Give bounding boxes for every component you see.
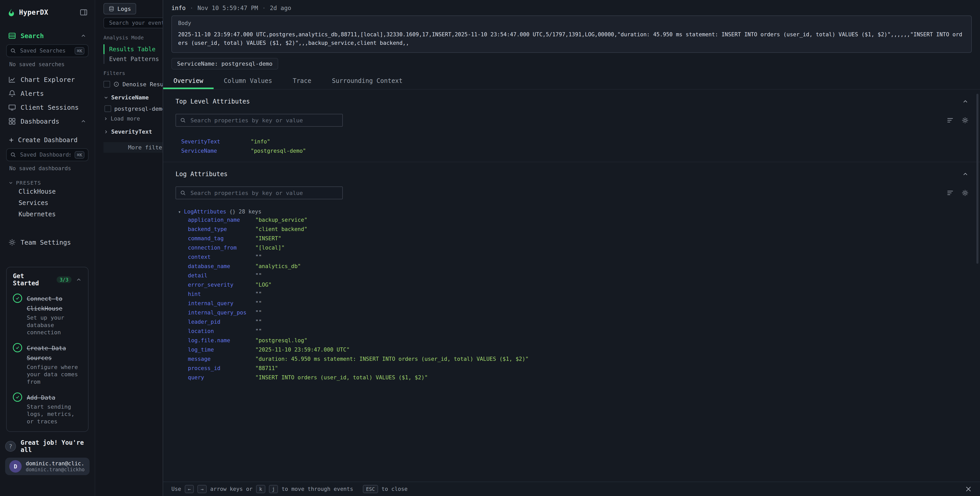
property-search-input[interactable] [189,189,338,197]
attribute-value[interactable]: "88711" [255,365,278,372]
attribute-key[interactable]: message [188,356,255,362]
property-search-bar[interactable] [175,114,343,127]
attribute-key[interactable]: backend_type [188,226,255,232]
attribute-row[interactable]: application_name "backup_service" [163,215,980,225]
attribute-row[interactable]: connection_from "[local]" [163,243,980,252]
saved-searches-input[interactable]: ⌘K [6,44,89,57]
service-name-tag[interactable]: ServiceName: postgresql-demo [172,58,278,70]
attribute-value[interactable]: "" [255,328,262,334]
filter-value-checkbox[interactable] [105,105,111,112]
attribute-row[interactable]: log_time "2025-11-10 23:59:47.000 UTC" [163,345,980,354]
attribute-key[interactable]: SeverityText [181,139,251,145]
property-search-bar[interactable] [175,187,343,199]
presets-header[interactable]: PRESETS [8,180,86,186]
attribute-row[interactable]: error_severity "LOG" [163,280,980,289]
attribute-key[interactable]: process_id [188,365,255,372]
line-display-icon[interactable] [947,116,954,124]
help-icon[interactable]: ? [5,441,16,452]
attribute-key[interactable]: log_time [188,347,255,353]
attribute-key[interactable]: location [188,328,255,334]
attribute-key[interactable]: internal_query [188,300,255,306]
attribute-key[interactable]: application_name [188,217,255,223]
attribute-value[interactable]: "INSERT INTO orders (user_id, total) VAL… [255,375,428,381]
attribute-value[interactable]: "postgresql.log" [255,337,307,343]
sidebar-item-search[interactable]: Search [5,29,89,43]
saved-dashboards-input[interactable]: ⌘K [6,148,89,161]
attribute-key[interactable]: detail [188,273,255,279]
attribute-key[interactable]: ServiceName [181,148,251,154]
sidebar-item-alerts[interactable]: Alerts [5,86,89,100]
get-started-item[interactable]: Create Data Sources Configure where your… [13,343,82,386]
attribute-row[interactable]: location "" [163,327,980,336]
attribute-key[interactable]: context [188,254,255,260]
attribute-row[interactable]: leader_pid "" [163,317,980,327]
chevron-up-icon[interactable] [962,171,969,177]
attribute-key[interactable]: internal_query_pos [188,309,255,316]
sidebar-collapse-icon[interactable] [80,8,88,16]
attribute-row[interactable]: SeverityText "info" [163,137,980,146]
attribute-row[interactable]: hint "" [163,289,980,299]
attribute-value[interactable]: "info" [251,139,270,145]
attribute-row[interactable]: process_id "88711" [163,364,980,373]
caret-down-icon[interactable]: ▾ [178,209,181,215]
attribute-key[interactable]: command_tag [188,235,255,242]
chevron-up-icon[interactable] [76,277,82,283]
tab[interactable]: Overview [163,73,213,89]
attribute-key[interactable]: leader_pid [188,319,255,325]
tab[interactable]: Column Values [213,73,283,89]
get-started-item[interactable]: Add Data Start sending logs, metrics, or… [13,392,82,426]
attribute-row[interactable]: query "INSERT INTO orders (user_id, tota… [163,373,980,382]
preset-item[interactable]: Kubernetes [5,209,89,220]
sidebar-item-dashboards[interactable]: Dashboards [5,114,89,128]
attribute-value[interactable]: "" [255,291,262,297]
tab[interactable]: Trace [282,73,321,89]
attribute-row[interactable]: context "" [163,252,980,262]
attribute-value[interactable]: "" [255,273,262,279]
source-select-button[interactable]: Logs [103,3,136,14]
attribute-row[interactable]: internal_query "" [163,299,980,308]
attribute-value[interactable]: "LOG" [255,282,272,288]
attribute-row[interactable]: internal_query_pos "" [163,308,980,317]
chevron-up-icon[interactable] [80,33,86,39]
sidebar-item-client-sessions[interactable]: Client Sessions [5,100,89,114]
attribute-row[interactable]: database_name "analytics_db" [163,262,980,271]
property-search-input[interactable] [189,116,338,124]
scrollbar-thumb[interactable] [977,94,978,264]
user-menu[interactable]: D dominic.tran@clic... dominic.tran@clic… [5,458,89,475]
attribute-row[interactable]: detail "" [163,271,980,280]
get-started-header[interactable]: Get Started 3/3 [13,273,82,287]
root-key[interactable]: LogAttributes [184,209,226,215]
attribute-key[interactable]: hint [188,291,255,297]
denoise-checkbox[interactable] [103,81,110,88]
attribute-value[interactable]: "" [255,319,262,325]
sidebar-item-team-settings[interactable]: Team Settings [5,235,89,249]
attribute-value[interactable]: "INSERT" [255,235,281,242]
attribute-row[interactable]: message "duration: 45.950 ms statement: … [163,354,980,364]
attribute-key[interactable]: error_severity [188,282,255,288]
attribute-row[interactable]: log.file.name "postgresql.log" [163,336,980,345]
chevron-up-icon[interactable] [80,118,86,124]
attribute-value[interactable]: "postgresql-demo" [251,148,306,154]
attribute-value[interactable]: "duration: 45.950 ms statement: INSERT I… [255,356,528,362]
attribute-key[interactable]: log.file.name [188,337,255,343]
more-filters-button[interactable]: More filte [103,142,167,153]
attribute-value[interactable]: "[local]" [255,245,285,251]
attribute-value[interactable]: "analytics_db" [255,263,301,270]
attribute-value[interactable]: "" [255,300,262,306]
attribute-row[interactable]: command_tag "INSERT" [163,234,980,243]
sidebar-item-chart-explorer[interactable]: Chart Explorer [5,73,89,86]
attribute-key[interactable]: query [188,375,255,381]
gear-icon[interactable] [961,116,969,124]
attribute-row[interactable]: backend_type "client backend" [163,225,980,234]
create-dashboard-button[interactable]: Create Dashboard [5,133,89,147]
attribute-key[interactable]: connection_from [188,245,255,251]
saved-searches-field[interactable] [19,47,72,54]
attribute-value[interactable]: "backup_service" [255,217,307,223]
preset-item[interactable]: Services [5,197,89,209]
attribute-value[interactable]: "2025-11-10 23:59:47.000 UTC" [255,347,350,353]
attribute-value[interactable]: "client backend" [255,226,307,232]
preset-item[interactable]: ClickHouse [5,186,89,197]
attribute-key[interactable]: database_name [188,263,255,270]
get-started-item[interactable]: Connect to ClickHouse Set up your databa… [13,293,82,337]
attribute-value[interactable]: "" [255,309,262,316]
